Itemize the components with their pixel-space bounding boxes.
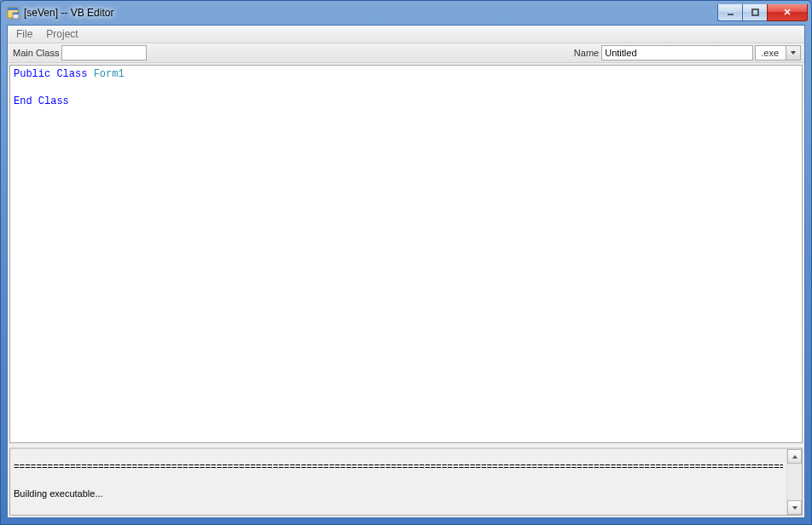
content-area: Public Class Form1 End Class ===========…	[8, 63, 804, 517]
code-keyword: Public Class	[14, 68, 87, 80]
menu-bar: File Project	[8, 26, 804, 43]
extension-selected: .exe	[756, 46, 786, 60]
minimize-button[interactable]	[717, 4, 742, 21]
scroll-track[interactable]	[787, 464, 802, 500]
titlebar[interactable]: [seVen] -- VB Editor	[1, 1, 811, 25]
menu-project[interactable]: Project	[39, 26, 84, 43]
output-separator: ========================================…	[14, 461, 783, 473]
output-panel: ========================================…	[9, 447, 803, 516]
main-class-input[interactable]	[61, 45, 147, 61]
maximize-button[interactable]	[742, 4, 767, 21]
name-input[interactable]	[601, 45, 753, 61]
svg-rect-5	[752, 9, 758, 15]
output-line: Building executable...	[14, 488, 783, 499]
svg-marker-9	[792, 455, 798, 459]
svg-rect-3	[13, 13, 19, 14]
window-controls	[717, 4, 808, 21]
scroll-up-icon[interactable]	[787, 449, 802, 464]
output-scrollbar[interactable]	[786, 449, 802, 515]
output-text[interactable]: ========================================…	[10, 449, 786, 515]
svg-marker-8	[791, 51, 796, 55]
chevron-down-icon[interactable]	[786, 46, 800, 60]
code-classname: Form1	[94, 68, 125, 80]
toolbar: Main Class Name .exe	[8, 43, 804, 63]
code-editor[interactable]: Public Class Form1 End Class	[9, 65, 803, 443]
main-class-label: Main Class	[13, 48, 59, 58]
extension-combo[interactable]: .exe	[755, 45, 801, 61]
app-icon	[6, 6, 20, 20]
scroll-down-icon[interactable]	[787, 500, 802, 515]
client-area: File Project Main Class Name .exe Public…	[7, 25, 805, 518]
app-window: [seVen] -- VB Editor File Project Main C…	[0, 0, 812, 525]
svg-marker-10	[792, 506, 798, 510]
close-button[interactable]	[767, 4, 808, 21]
svg-rect-1	[8, 8, 18, 10]
code-keyword: End Class	[14, 95, 69, 107]
window-title: [seVen] -- VB Editor	[24, 7, 717, 19]
menu-file[interactable]: File	[9, 26, 39, 43]
name-label: Name	[574, 48, 599, 58]
